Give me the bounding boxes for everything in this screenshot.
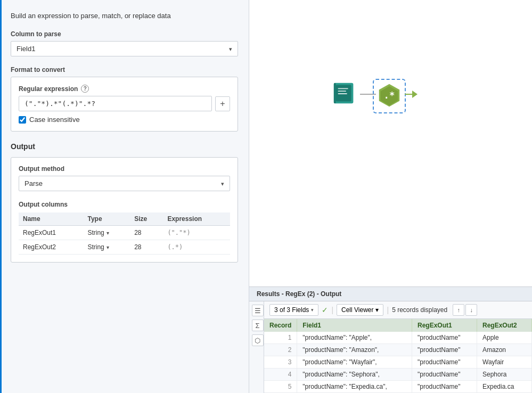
nav-down-button[interactable]: ↓ [465,304,477,316]
col-size: 28 [130,226,163,240]
table-row: 3 "productName": "Wayfair", "productName… [264,356,532,369]
check-icon: ✓ [322,306,328,314]
results-table-wrap: Record Field1 RegExOut1 RegExOut2 1 "pro… [264,319,532,393]
svg-rect-2 [338,88,348,89]
results-header: Results - RegEx (2) - Output [249,287,532,301]
type-chevron-icon: ▾ [107,230,109,236]
results-th-record: Record [264,319,297,332]
output-method-select-wrapper: Parse ▾ [19,176,230,191]
table-row: 2 "productName": "Amazon", "productName"… [264,344,532,356]
case-insensitive-row: Case insensitive [19,116,230,124]
table-row: 1 "productName": "Apple", "productName" … [264,332,532,344]
fields-count: 3 of 3 Fields [274,306,309,314]
cell-regexout1: "productName" [412,381,477,393]
results-icon-sigma[interactable]: Σ [252,320,264,331]
cell-regexout2: Apple [477,332,532,344]
output-columns-table: Name Type Size Expression RegExOut1 Stri… [19,212,230,255]
results-icon-list[interactable]: ☰ [252,305,264,316]
cell-field1: "productName": "Apple", [297,332,412,344]
output-method-label: Output method [19,165,230,173]
separator2: | [387,306,389,314]
col-expression: (.*) [163,240,230,255]
col-header-type: Type [83,212,130,226]
regex-node[interactable]: .* [373,79,406,113]
fields-badge[interactable]: 3 of 3 Fields ▾ [269,304,318,316]
nav-up-button[interactable]: ↑ [453,304,464,316]
output-section-title: Output [11,142,238,151]
row-num: 4 [264,369,297,381]
panel-description: Build an expression to parse, match, or … [11,12,238,20]
col-expression: ("."*) [163,226,230,240]
viewer-chevron-icon: ▾ [375,306,379,314]
book-node[interactable] [332,80,358,108]
add-regex-button[interactable]: + [215,96,230,111]
col-name: RegExOut2 [19,240,83,255]
row-num: 5 [264,381,297,393]
results-left-icons: ☰ Σ ⬡ [249,301,264,393]
svg-rect-3 [338,91,346,92]
col-header-size: Size [130,212,163,226]
cell-field1: "productName": "Amazon", [297,344,412,356]
cell-regexout1: "productName" [412,344,477,356]
viewer-label: Cell Viewer [341,306,373,314]
results-panel: Results - RegEx (2) - Output ☰ Σ ⬡ 3 of … [249,286,532,393]
col-type: String ▾ [83,240,130,255]
type-chevron-icon: ▾ [107,244,109,250]
col-header-expression: Expression [163,212,230,226]
svg-rect-4 [338,93,347,94]
output-columns-label: Output columns [19,201,230,208]
separator: | [331,306,333,314]
book-icon [332,80,358,107]
regex-help-icon[interactable]: ? [81,85,89,93]
table-row: RegExOut2 String ▾ 28 (.*) [19,240,230,255]
format-section: Regular expression ? + Case insensitive [11,77,238,132]
cell-regexout2: Wayfair [477,356,532,369]
regex-input-row: + [19,96,230,111]
fields-chevron-icon: ▾ [311,307,314,313]
col-size: 28 [130,240,163,255]
col-header-name: Name [19,212,83,226]
regex-label: Regular expression [19,85,78,93]
results-row: ☰ Σ ⬡ 3 of 3 Fields ▾ ✓ | Cell Vie [249,301,532,393]
output-section: Output method Parse ▾ Output columns Nam… [11,157,238,263]
results-th-field1: Field1 [297,319,412,332]
output-arrow [405,94,412,95]
results-th-regexout1: RegExOut1 [412,319,477,332]
right-panel: .* Results - RegEx (2) - Output ☰ Σ ⬡ [249,0,532,393]
col-name: RegExOut1 [19,226,83,240]
regex-icon: .* [376,82,403,109]
results-icon-filter[interactable]: ⬡ [252,334,264,346]
column-select-wrapper: Field1 ▾ [11,41,238,56]
output-arrow-head [412,91,418,98]
format-label: Format to convert [11,66,238,73]
column-to-parse-group: Column to parse Field1 ▾ [11,30,238,56]
cell-regexout2: Expedia.ca [477,381,532,393]
row-num: 1 [264,332,297,344]
canvas-area: .* [249,0,532,286]
case-insensitive-checkbox[interactable] [19,116,26,124]
cell-regexout1: "productName" [412,356,477,369]
table-row: 5 "productName": "Expedia.ca", "productN… [264,381,532,393]
records-count: 5 records displayed [392,306,447,314]
results-toolbar: 3 of 3 Fields ▾ ✓ | Cell Viewer ▾ | 5 re… [264,301,532,319]
column-label: Column to parse [11,30,238,38]
svg-text:.*: .* [384,90,395,101]
cell-field1: "productName": "Expedia.ca", [297,381,412,393]
case-insensitive-label: Case insensitive [29,116,80,124]
output-method-select[interactable]: Parse [19,176,230,191]
results-table: Record Field1 RegExOut1 RegExOut2 1 "pro… [264,319,532,393]
cell-field1: "productName": "Wayfair", [297,356,412,369]
nav-arrows: ↑ ↓ [453,304,477,316]
svg-rect-5 [334,83,336,103]
cell-regexout2: Sephora [477,369,532,381]
col-type: String ▾ [83,226,130,240]
results-content: 3 of 3 Fields ▾ ✓ | Cell Viewer ▾ | 5 re… [264,301,532,393]
table-row: 4 "productName": "Sephora", "productName… [264,369,532,381]
row-num: 2 [264,344,297,356]
cell-viewer-badge[interactable]: Cell Viewer ▾ [337,304,383,316]
results-th-regexout2: RegExOut2 [477,319,532,332]
cell-regexout1: "productName" [412,332,477,344]
regex-input[interactable] [19,96,212,111]
column-select[interactable]: Field1 [11,42,238,56]
regex-section-title: Regular expression ? [19,85,230,93]
